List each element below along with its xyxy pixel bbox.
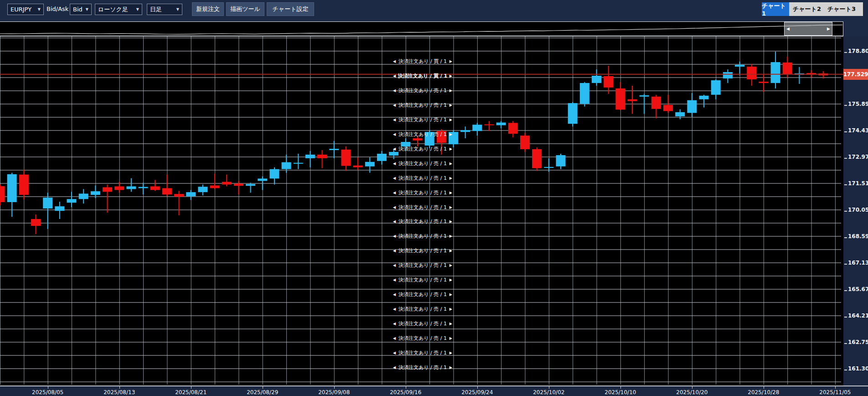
tab-chart3[interactable]: チャート3 [827, 5, 856, 13]
marker-left-arrow-icon[interactable]: ◀ [393, 191, 396, 195]
price-axis[interactable]: 178.808175.890174.431172.972171.513170.0… [843, 36, 868, 386]
marker-left-arrow-icon[interactable]: ◀ [393, 234, 396, 238]
price-tick-dash [844, 343, 847, 344]
order-marker-buy[interactable]: ◀決済注文あり / 買 / 1▶ [393, 58, 452, 65]
price-tick-dash [844, 184, 847, 185]
marker-left-arrow-icon[interactable]: ◀ [393, 205, 396, 209]
timeframe-select[interactable]: 日足 ▼ [147, 4, 182, 15]
marker-right-arrow-icon[interactable]: ▶ [450, 176, 452, 180]
marker-right-arrow-icon[interactable]: ▶ [450, 351, 452, 355]
order-marker-buy[interactable]: ◀決済注文あり / 買 / 1▶ [393, 73, 452, 79]
order-marker-sell[interactable]: ◀決済注文あり / 売 / 1▶ [393, 364, 452, 371]
order-marker-label: 決済注文あり / 売 / 1 [398, 276, 447, 283]
order-marker-sell[interactable]: ◀決済注文あり / 売 / 1▶ [393, 189, 452, 196]
order-marker-sell[interactable]: ◀決済注文あり / 売 / 1▶ [393, 233, 452, 240]
marker-left-arrow-icon[interactable]: ◀ [393, 249, 396, 253]
order-marker-sell[interactable]: ◀決済注文あり / 売 / 1▶ [393, 87, 452, 94]
marker-left-arrow-icon[interactable]: ◀ [393, 307, 396, 311]
price-axis-label: 161.300 [848, 365, 868, 372]
marker-left-arrow-icon[interactable]: ◀ [393, 74, 396, 78]
marker-left-arrow-icon[interactable]: ◀ [393, 162, 396, 166]
marker-right-arrow-icon[interactable]: ▶ [450, 234, 452, 238]
order-marker-sell[interactable]: ◀決済注文あり / 売 / 1▶ [393, 116, 452, 123]
marker-right-arrow-icon[interactable]: ▶ [450, 59, 452, 63]
marker-left-arrow-icon[interactable]: ◀ [393, 351, 396, 355]
marker-right-arrow-icon[interactable]: ▶ [450, 336, 452, 340]
overview-price-line [0, 25, 842, 35]
marker-right-arrow-icon[interactable]: ▶ [450, 89, 452, 93]
marker-left-arrow-icon[interactable]: ◀ [393, 322, 396, 326]
marker-right-arrow-icon[interactable]: ▶ [450, 205, 452, 209]
symbol-select[interactable]: EURJPY ▼ [7, 4, 44, 15]
marker-right-arrow-icon[interactable]: ▶ [450, 103, 452, 107]
slider-right-arrow-icon[interactable]: ▶ [827, 26, 830, 31]
marker-right-arrow-icon[interactable]: ▶ [450, 219, 452, 224]
order-marker-sell[interactable]: ◀決済注文あり / 売 / 1▶ [393, 291, 452, 298]
marker-left-arrow-icon[interactable]: ◀ [393, 59, 396, 63]
order-marker-sell[interactable]: ◀決済注文あり / 売 / 1▶ [393, 102, 452, 109]
tab-chart2[interactable]: チャート2 [793, 5, 821, 13]
marker-right-arrow-icon[interactable]: ▶ [450, 147, 452, 151]
marker-left-arrow-icon[interactable]: ◀ [393, 118, 396, 122]
marker-left-arrow-icon[interactable]: ◀ [393, 89, 396, 93]
marker-right-arrow-icon[interactable]: ▶ [450, 307, 452, 311]
marker-right-arrow-icon[interactable]: ▶ [450, 74, 452, 78]
chart-window: EURJPY ▼ Bid/Ask Bid ▼ ローソク足 ▼ 日足 ▼ 新規注文… [0, 0, 868, 396]
marker-left-arrow-icon[interactable]: ◀ [393, 219, 396, 224]
marker-right-arrow-icon[interactable]: ▶ [450, 249, 452, 253]
drawing-tools-button[interactable]: 描画ツール [226, 2, 264, 16]
order-marker-sell[interactable]: ◀決済注文あり / 売 / 1▶ [393, 349, 452, 356]
marker-left-arrow-icon[interactable]: ◀ [393, 278, 396, 282]
order-marker-sell[interactable]: ◀決済注文あり / 売 / 1▶ [393, 175, 452, 182]
order-marker-sell[interactable]: ◀決済注文あり / 売 / 1▶ [393, 204, 452, 211]
marker-left-arrow-icon[interactable]: ◀ [393, 292, 396, 297]
marker-right-arrow-icon[interactable]: ▶ [450, 132, 452, 136]
order-marker-sell[interactable]: ◀決済注文あり / 売 / 1▶ [393, 335, 452, 342]
marker-left-arrow-icon[interactable]: ◀ [393, 365, 396, 370]
overview-navigator[interactable]: ◀ ▶ [0, 21, 843, 36]
order-marker-sell[interactable]: ◀決済注文あり / 売 / 1▶ [393, 131, 452, 138]
order-marker-sell[interactable]: ◀決済注文あり / 売 / 1▶ [393, 146, 452, 152]
order-marker-label: 決済注文あり / 買 / 1 [398, 73, 448, 79]
tab-chart1[interactable]: チャート1 [762, 2, 789, 16]
marker-left-arrow-icon[interactable]: ◀ [393, 103, 396, 107]
new-order-button[interactable]: 新規注文 [192, 2, 224, 16]
chart-settings-button[interactable]: チャート設定 [267, 2, 314, 16]
order-marker-sell[interactable]: ◀決済注文あり / 売 / 1▶ [393, 218, 452, 225]
price-axis-label: 171.513 [848, 180, 868, 187]
chart-type-select[interactable]: ローソク足 ▼ [95, 4, 142, 15]
marker-right-arrow-icon[interactable]: ▶ [450, 191, 452, 195]
order-marker-sell[interactable]: ◀決済注文あり / 売 / 1▶ [393, 247, 452, 254]
price-axis-label: 174.431 [848, 127, 868, 134]
marker-right-arrow-icon[interactable]: ▶ [450, 365, 452, 370]
marker-left-arrow-icon[interactable]: ◀ [393, 132, 396, 136]
price-side-select[interactable]: Bid ▼ [70, 4, 92, 15]
navigator-slider[interactable]: ◀ ▶ [784, 22, 832, 36]
order-marker-sell[interactable]: ◀決済注文あり / 売 / 1▶ [393, 160, 452, 167]
marker-left-arrow-icon[interactable]: ◀ [393, 176, 396, 180]
time-axis[interactable]: 2025/08/052025/08/132025/08/212025/08/29… [0, 386, 868, 396]
date-tick [620, 386, 621, 389]
marker-right-arrow-icon[interactable]: ▶ [450, 118, 452, 122]
order-marker-sell[interactable]: ◀決済注文あり / 売 / 1▶ [393, 320, 452, 327]
marker-right-arrow-icon[interactable]: ▶ [450, 162, 452, 166]
chevron-down-icon: ▼ [86, 7, 88, 11]
order-marker-sell[interactable]: ◀決済注文あり / 売 / 1▶ [393, 276, 452, 283]
price-side-select-value: Bid [73, 6, 83, 13]
slider-left-arrow-icon[interactable]: ◀ [786, 26, 790, 31]
order-marker-label: 決済注文あり / 売 / 1 [398, 306, 447, 313]
date-axis-label: 2025/11/05 [813, 389, 857, 396]
marker-right-arrow-icon[interactable]: ▶ [450, 263, 452, 267]
marker-right-arrow-icon[interactable]: ▶ [450, 292, 452, 297]
chevron-down-icon: ▼ [38, 7, 41, 11]
price-axis-label: 170.054 [848, 206, 868, 214]
marker-left-arrow-icon[interactable]: ◀ [393, 147, 396, 151]
marker-left-arrow-icon[interactable]: ◀ [393, 263, 396, 267]
order-marker-label: 決済注文あり / 売 / 1 [398, 320, 447, 327]
marker-right-arrow-icon[interactable]: ▶ [450, 278, 452, 282]
order-marker-sell[interactable]: ◀決済注文あり / 売 / 1▶ [393, 262, 452, 269]
marker-left-arrow-icon[interactable]: ◀ [393, 336, 396, 340]
order-marker-sell[interactable]: ◀決済注文あり / 売 / 1▶ [393, 306, 452, 313]
marker-right-arrow-icon[interactable]: ▶ [450, 322, 452, 326]
candlestick-chart[interactable]: ◀決済注文あり / 買 / 1▶◀決済注文あり / 買 / 1▶◀決済注文あり … [0, 36, 843, 386]
